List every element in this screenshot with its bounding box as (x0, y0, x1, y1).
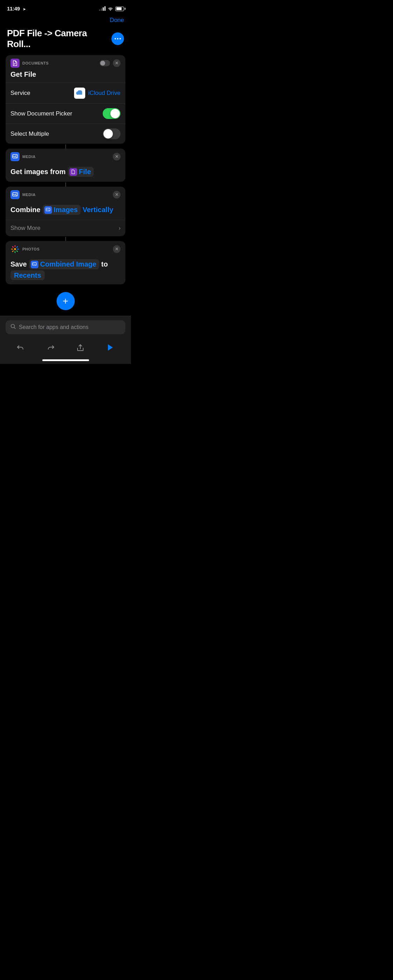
combined-image-label: Combined Image (40, 260, 96, 268)
signal-bars (99, 6, 105, 11)
bottom-bar: Search for apps and actions (0, 316, 131, 364)
status-icons (99, 6, 124, 11)
card-close-button-3[interactable]: ✕ (113, 191, 120, 199)
signal-bar-3 (103, 7, 104, 11)
search-placeholder: Search for apps and actions (19, 324, 88, 330)
play-button[interactable] (103, 340, 118, 355)
media-category-label-2: MEDIA (22, 192, 36, 197)
combine-inline-row: Combine Images Vertically (11, 205, 120, 215)
card-header-left-3: MEDIA (11, 190, 36, 199)
connector-1 (66, 145, 66, 149)
card-save-photos-header: PHOTOS ✕ (6, 241, 125, 256)
select-multiple-label: Select Multiple (11, 130, 49, 137)
to-word: to (101, 260, 108, 268)
page-title: PDF File -> Camera Roll... (7, 28, 112, 49)
add-action-button[interactable]: + (57, 292, 75, 310)
card-close-button-4[interactable]: ✕ (113, 245, 120, 253)
combine-prefix: Combine (11, 206, 40, 214)
service-row[interactable]: Service iCloud Drive (6, 83, 125, 103)
combined-image-tag-icon (31, 261, 38, 268)
service-right: iCloud Drive (74, 88, 120, 99)
select-multiple-row[interactable]: Select Multiple (6, 124, 125, 144)
more-dots (115, 38, 121, 40)
select-multiple-toggle[interactable] (103, 128, 120, 139)
dot-3 (120, 38, 121, 40)
media-icon-combine (11, 190, 19, 199)
card-header-left-4: PHOTOS (11, 245, 40, 254)
recents-tag[interactable]: Recents (11, 270, 45, 280)
card-get-images-header: MEDIA ✕ (6, 149, 125, 163)
connector-3 (66, 237, 66, 241)
home-indicator (42, 360, 89, 361)
get-images-prefix: Get images from (11, 168, 66, 176)
vertically-label[interactable]: Vertically (83, 206, 113, 214)
toggle-knob-2 (104, 129, 113, 138)
card-get-images: MEDIA ✕ Get images from File (6, 149, 125, 182)
file-tag-label: File (79, 168, 91, 176)
service-label: Service (11, 90, 30, 97)
card-header-left-2: MEDIA (11, 152, 36, 161)
show-document-picker-label: Show Document Picker (11, 110, 72, 117)
undo-button[interactable] (13, 340, 28, 355)
page-title-row: PDF File -> Camera Roll... (0, 27, 131, 55)
card-close-button-2[interactable]: ✕ (113, 153, 120, 161)
done-button[interactable]: Done (110, 17, 124, 24)
signal-bar-2 (101, 8, 102, 11)
search-icon (11, 324, 16, 331)
header: Done (0, 15, 131, 27)
photos-category-label: PHOTOS (22, 247, 40, 251)
share-button[interactable] (73, 340, 88, 355)
media-icon-get-images (11, 152, 19, 161)
svg-rect-0 (14, 63, 16, 64)
signal-bar-1 (99, 10, 100, 11)
wifi-icon (108, 6, 113, 11)
save-row: Save Combined Image to (11, 259, 120, 269)
card-close-button[interactable]: ✕ (113, 59, 120, 67)
file-tag[interactable]: File (68, 167, 94, 177)
svg-point-7 (14, 248, 16, 250)
battery-fill (116, 7, 121, 10)
dot-1 (115, 38, 116, 40)
card-header-left: DOCUMENTS (11, 59, 49, 68)
card-save-photos: PHOTOS ✕ Save Combined Image to Recents (6, 241, 125, 284)
status-bar: 11:49 ➤ (0, 0, 131, 15)
chevron-right-icon: › (119, 225, 120, 231)
card-combine-images: MEDIA ✕ Combine Images Vertically Show M… (6, 187, 125, 236)
settings-toggle-icon[interactable] (99, 60, 110, 66)
get-images-content: Get images from File (6, 163, 125, 182)
show-more-label: Show More (11, 225, 40, 232)
combined-image-tag[interactable]: Combined Image (29, 259, 99, 269)
card-settings-icons: ✕ (99, 59, 120, 67)
connector-2 (66, 183, 66, 187)
combine-content: Combine Images Vertically (6, 201, 125, 220)
search-box[interactable]: Search for apps and actions (6, 320, 125, 334)
status-left: 11:49 ➤ (7, 6, 26, 12)
card-get-file: DOCUMENTS ✕ Get File Service iCloud Driv… (6, 55, 125, 144)
signal-bar-4 (104, 6, 105, 11)
show-more-row[interactable]: Show More › (6, 220, 125, 236)
show-document-picker-row[interactable]: Show Document Picker (6, 103, 125, 124)
battery-icon (115, 6, 124, 11)
more-button[interactable] (112, 32, 124, 45)
icloud-label: iCloud Drive (88, 90, 120, 97)
svg-point-5 (16, 193, 16, 194)
redo-button[interactable] (43, 340, 58, 355)
svg-point-3 (16, 155, 16, 156)
toolbar (6, 339, 125, 356)
dot-2 (117, 38, 118, 40)
toggle-knob (110, 109, 120, 118)
show-document-picker-toggle[interactable] (103, 108, 120, 119)
card-get-file-header: DOCUMENTS ✕ (6, 55, 125, 70)
svg-rect-1 (14, 64, 15, 65)
images-tag[interactable]: Images (43, 205, 81, 215)
documents-icon (11, 59, 19, 68)
icloud-icon (74, 88, 85, 99)
card-get-file-title: Get File (6, 70, 125, 83)
location-icon: ➤ (23, 7, 26, 11)
status-time: 11:49 (7, 6, 20, 11)
get-images-inline-row: Get images from File (11, 167, 120, 177)
documents-category-label: DOCUMENTS (22, 61, 49, 65)
photos-icon (11, 245, 19, 254)
save-word: Save (11, 260, 27, 268)
card-combine-images-header: MEDIA ✕ (6, 187, 125, 201)
